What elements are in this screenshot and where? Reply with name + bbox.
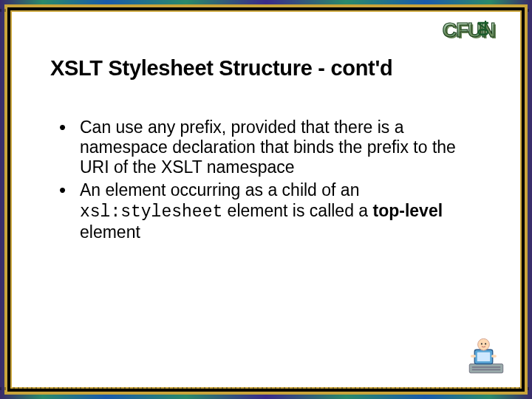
svg-rect-2	[472, 369, 501, 371]
slide-outer-frame: CFUN 04 XSLT Stylesheet Structure - cont…	[0, 0, 532, 399]
svg-rect-9	[471, 355, 476, 358]
logo-year-text: 04	[475, 21, 492, 36]
svg-rect-0	[469, 364, 503, 373]
svg-rect-1	[472, 366, 501, 368]
bullet-item: An element occurring as a child of an xs…	[59, 180, 486, 242]
bullet-item: Can use any prefix, provided that there …	[59, 117, 486, 177]
svg-point-6	[481, 343, 482, 344]
slide-gold-frame: CFUN 04 XSLT Stylesheet Structure - cont…	[4, 4, 528, 395]
cfun-logo: CFUN 04	[443, 19, 510, 42]
slide-content-area: CFUN 04 XSLT Stylesheet Structure - cont…	[10, 10, 522, 389]
svg-point-5	[478, 338, 490, 350]
bullet-list: Can use any prefix, provided that there …	[50, 117, 486, 242]
svg-rect-4	[477, 352, 491, 361]
slide-title: XSLT Stylesheet Structure - cont'd	[50, 56, 486, 81]
mascot-icon	[466, 335, 507, 377]
svg-rect-8	[491, 355, 497, 358]
svg-point-7	[485, 343, 486, 344]
